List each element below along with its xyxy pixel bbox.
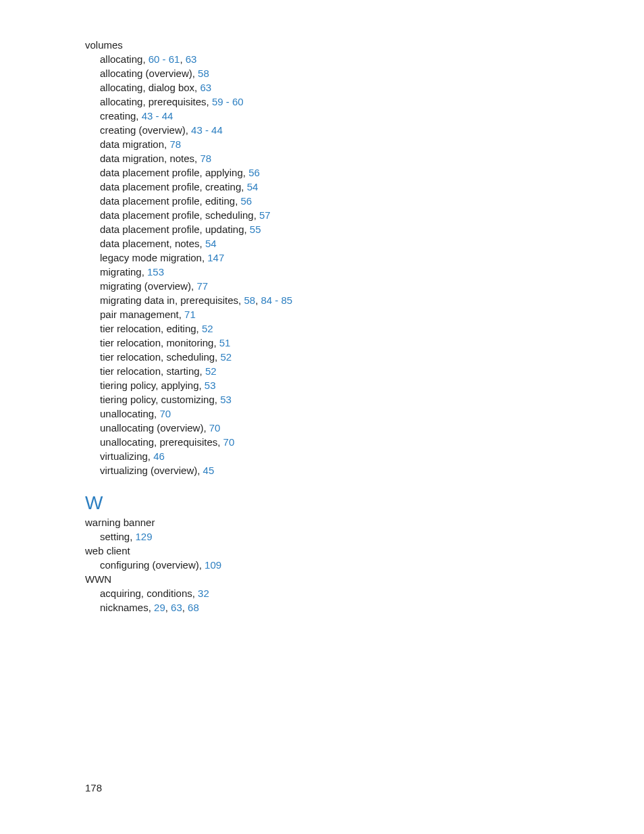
- index-subentry: setting, 129: [85, 529, 644, 544]
- index-page-link[interactable]: 53: [220, 394, 232, 405]
- index-subentry-text: data placement profile, editing,: [100, 195, 240, 207]
- index-page-link[interactable]: 51: [219, 337, 231, 348]
- index-subentry: unallocating, prerequisites, 70: [85, 435, 644, 449]
- index-subentry-text: unallocating (overview),: [100, 422, 209, 434]
- index-subentry: migrating data in, prerequisites, 58, 84…: [85, 293, 644, 307]
- index-subentry: configuring (overview), 109: [85, 558, 644, 572]
- index-subentry: tiering policy, applying, 53: [85, 378, 644, 392]
- index-subentry-text: creating,: [100, 110, 142, 122]
- index-page-link[interactable]: 55: [250, 224, 261, 235]
- index-subentry: unallocating, 70: [85, 407, 644, 421]
- index-subentry-text: creating (overview),: [100, 124, 191, 136]
- index-page-link[interactable]: 57: [259, 209, 271, 221]
- index-subentry-text: virtualizing,: [100, 450, 153, 462]
- index-ref-separator: ,: [180, 53, 185, 65]
- index-page-link[interactable]: 52: [220, 351, 232, 363]
- index-page-link[interactable]: 153: [147, 266, 164, 278]
- index-ref-separator: ,: [182, 602, 188, 613]
- index-subentry-text: setting,: [100, 531, 136, 542]
- index-page-link[interactable]: 77: [196, 280, 208, 292]
- index-subentry-text: tier relocation, monitoring,: [100, 337, 219, 348]
- index-page-link[interactable]: 52: [205, 365, 217, 377]
- index-subentry-text: legacy mode migration,: [100, 252, 207, 263]
- index-subentry-text: nicknames,: [100, 602, 154, 613]
- index-page-link[interactable]: 60 - 61: [149, 53, 180, 65]
- index-subentry: acquiring, conditions, 32: [85, 586, 644, 600]
- index-page-link[interactable]: 70: [159, 408, 171, 419]
- index-ref-separator: ,: [165, 602, 171, 613]
- index-subentry-text: tiering policy, customizing,: [100, 394, 220, 405]
- index-page-link[interactable]: 129: [136, 531, 153, 542]
- index-subentry: data placement profile, editing, 56: [85, 194, 644, 208]
- index-subentry: tier relocation, scheduling, 52: [85, 350, 644, 364]
- index-subentry-text: unallocating, prerequisites,: [100, 436, 223, 448]
- index-subentry: data placement profile, updating, 55: [85, 222, 644, 236]
- index-subentry: data migration, 78: [85, 137, 644, 151]
- index-subentry-text: allocating, prerequisites,: [100, 96, 212, 107]
- index-page-link[interactable]: 147: [207, 252, 224, 263]
- index-page-link[interactable]: 43 - 44: [191, 124, 223, 136]
- index-subentry: allocating, prerequisites, 59 - 60: [85, 95, 644, 109]
- index-page-link[interactable]: 78: [169, 138, 181, 150]
- index-page-link[interactable]: 54: [205, 238, 217, 249]
- index-subentry: data placement profile, scheduling, 57: [85, 208, 644, 222]
- index-subentry: tier relocation, monitoring, 51: [85, 336, 644, 350]
- index-subentry-text: tier relocation, starting,: [100, 365, 205, 377]
- index-page-link[interactable]: 63: [200, 82, 211, 93]
- index-subentry-text: virtualizing (overview),: [100, 465, 203, 476]
- index-page-link[interactable]: 59 - 60: [212, 96, 244, 107]
- index-term: WWN: [85, 572, 644, 586]
- index-subentry-text: data placement profile, updating,: [100, 224, 250, 235]
- index-subentry-text: migrating,: [100, 266, 147, 278]
- index-page-link[interactable]: 54: [247, 181, 259, 192]
- index-page-link[interactable]: 58: [198, 68, 209, 79]
- index-subentry: virtualizing (overview), 45: [85, 463, 644, 477]
- index-page-link[interactable]: 109: [205, 559, 221, 571]
- index-page-link[interactable]: 70: [223, 436, 235, 448]
- index-subentry: tiering policy, customizing, 53: [85, 392, 644, 407]
- index-page-link[interactable]: 56: [248, 167, 260, 178]
- index-page-link[interactable]: 63: [171, 602, 182, 613]
- index-subentry-text: migrating data in, prerequisites,: [100, 294, 244, 306]
- index-term: volumes: [85, 38, 644, 52]
- index-subentry: allocating, 60 - 61, 63: [85, 52, 644, 66]
- index-subentry-text: data migration, notes,: [100, 153, 200, 164]
- index-page-link[interactable]: 32: [198, 588, 209, 599]
- index-subentry-text: data placement profile, applying,: [100, 167, 248, 178]
- index-subentry: data placement, notes, 54: [85, 236, 644, 251]
- index-page-link[interactable]: 29: [154, 602, 165, 613]
- index-subentry-text: data migration,: [100, 138, 169, 150]
- index-subentry-text: tier relocation, scheduling,: [100, 351, 220, 363]
- index-subentry: data migration, notes, 78: [85, 151, 644, 165]
- index-page-link[interactable]: 43 - 44: [142, 110, 173, 122]
- index-page-link[interactable]: 56: [240, 195, 252, 207]
- index-page-link[interactable]: 71: [184, 309, 196, 320]
- index-page-link[interactable]: 63: [186, 53, 197, 65]
- index-subentry-text: data placement, notes,: [100, 238, 205, 249]
- index-page-link[interactable]: 52: [202, 323, 213, 334]
- index-term: web client: [85, 544, 644, 558]
- index-page-link[interactable]: 58: [244, 294, 255, 306]
- index-subentry: nicknames, 29, 63, 68: [85, 600, 644, 615]
- index-subentry-text: unallocating,: [100, 408, 159, 419]
- page-number: 178: [85, 782, 102, 793]
- index-page-link[interactable]: 84 - 85: [261, 294, 292, 306]
- index-page-link[interactable]: 53: [205, 380, 216, 391]
- index-page-link[interactable]: 68: [188, 602, 199, 613]
- index-page-link[interactable]: 70: [209, 422, 221, 434]
- index-subentry: migrating (overview), 77: [85, 279, 644, 293]
- index-subentry-text: allocating (overview),: [100, 68, 198, 79]
- index-subentry-text: data placement profile, scheduling,: [100, 209, 259, 221]
- index-subentry: data placement profile, applying, 56: [85, 165, 644, 180]
- index-term: warning banner: [85, 515, 644, 529]
- index-subentry-text: data placement profile, creating,: [100, 181, 247, 192]
- index-page-link[interactable]: 78: [200, 153, 211, 164]
- index-subentry: creating (overview), 43 - 44: [85, 123, 644, 137]
- index-subentry: legacy mode migration, 147: [85, 251, 644, 265]
- index-subentry: data placement profile, creating, 54: [85, 180, 644, 194]
- index-subentry-text: acquiring, conditions,: [100, 588, 198, 599]
- index-page-link[interactable]: 45: [203, 465, 215, 476]
- index-subentry: pair management, 71: [85, 307, 644, 321]
- index-page-link[interactable]: 46: [153, 450, 165, 462]
- index-subentry-text: tiering policy, applying,: [100, 380, 205, 391]
